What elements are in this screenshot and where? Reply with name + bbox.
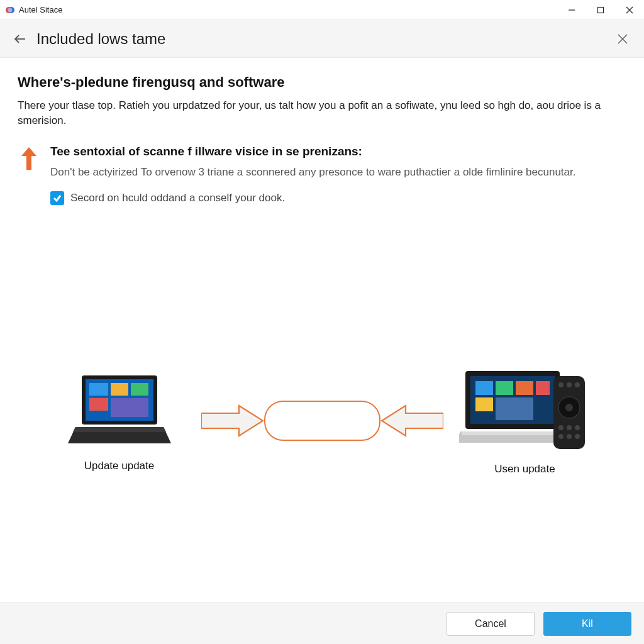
checkbox-row: Secord on hculd oddand a conself your do… [50,191,626,205]
arrow-right-icon [201,402,264,440]
svg-point-33 [567,425,572,430]
diagram: Update update [0,366,644,475]
window-maximize-button[interactable] [586,0,615,20]
option-checkbox[interactable] [50,191,64,205]
svg-rect-22 [536,381,550,395]
page-title: Included lows tame [36,30,165,48]
page-header: Included lows tame [0,20,644,58]
laptop-remote-icon [459,366,591,454]
svg-point-30 [567,382,572,387]
svg-rect-21 [516,381,533,395]
app-icon [5,5,15,15]
svg-point-34 [575,425,580,430]
app-title: Autel Sitace [19,5,62,14]
svg-rect-12 [89,383,108,396]
svg-point-37 [575,434,580,439]
svg-point-36 [567,434,572,439]
svg-point-35 [558,434,564,439]
checkbox-label: Secord on hculd oddand a conself your do… [70,192,285,204]
device-right-label: Usen update [494,463,555,475]
note-row: Tee sentoxial of scanne f illware visice… [18,145,626,206]
primary-button[interactable]: Kil [543,612,631,636]
svg-rect-23 [475,397,493,411]
svg-point-28 [565,404,573,411]
window-minimize-button[interactable] [557,0,586,20]
svg-rect-14 [131,383,148,396]
cancel-button[interactable]: Cancel [447,612,535,636]
svg-point-29 [558,382,564,387]
device-left-label: Update update [84,460,155,472]
svg-rect-25 [462,431,564,435]
window-close-button[interactable] [615,0,644,20]
center-pill [264,401,380,441]
content-heading: Where's-pledune firengusq and software [18,74,626,91]
svg-point-2 [8,8,13,12]
svg-point-32 [558,425,564,430]
svg-point-31 [575,382,580,387]
svg-rect-15 [89,398,108,411]
device-right: Usen update [443,366,607,475]
arrow-left-icon [380,402,443,440]
laptop-icon [63,369,176,451]
svg-rect-20 [496,381,513,395]
content-intro: There your tlase top. Ratieh you urpdatz… [18,98,621,128]
svg-rect-19 [475,381,493,395]
content-area: Where's-pledune firengusq and software T… [0,58,644,602]
window-titlebar: Autel Sitace [0,0,644,20]
svg-rect-24 [496,397,533,420]
svg-rect-13 [111,383,128,396]
svg-rect-16 [111,398,148,417]
arrow-up-icon [18,145,40,175]
window-controls [557,0,644,20]
header-close-button[interactable] [613,29,633,49]
note-title: Tee sentoxial of scanne f illware visice… [50,145,626,158]
note-body: Tee sentoxial of scanne f illware visice… [50,145,626,206]
back-button[interactable] [11,30,29,48]
note-text: Don't be actyirized To orvenow 3 triane … [50,165,604,180]
footer: Cancel Kil [0,602,644,644]
svg-rect-4 [598,7,604,13]
device-left: Update update [38,369,201,472]
